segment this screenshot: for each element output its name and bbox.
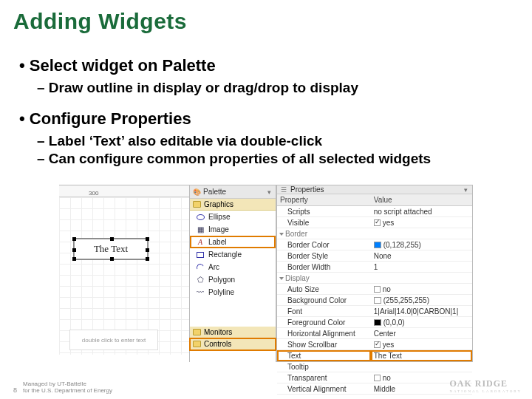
color-swatch [374,242,381,248]
arc-icon [196,263,205,272]
palette-item-ellipse[interactable]: Ellipse [190,211,276,223]
category-label: Monitors [204,328,232,336]
prop-group-display[interactable]: Display [277,273,472,284]
palette-item-label: Rectangle [208,250,242,259]
label-icon: A [196,238,205,247]
column-value: Value [371,194,472,206]
properties-icon: ☰ [280,186,287,194]
prop-row-border-style[interactable]: Border Style None [277,250,472,262]
polygon-icon: ⬠ [196,276,205,284]
bullet-label-text: Label ‘Text’ also editable via double-cl… [37,133,513,149]
prop-row-scripts[interactable]: Scripts no script attached [277,206,472,217]
bullet-select-widget: Select widget on Palette [19,56,513,75]
logo-subtext: NATIONAL LABORATORY [449,389,522,393]
palette-item-arc[interactable]: Arc [190,261,276,273]
selected-label-widget[interactable]: The Text [74,239,148,259]
expand-icon [279,277,284,280]
oak-ridge-logo: OAK RIDGE NATIONAL LABORATORY [449,378,522,393]
palette-icon: 🎨 [193,188,200,196]
logo-text: OAK RIDGE [449,378,508,389]
checkbox-icon [374,375,381,381]
ellipse-icon [196,213,205,222]
ruler-tick: 300 [89,190,98,197]
resize-handle[interactable] [146,257,149,261]
prop-row-background-color[interactable]: Background Color (255,255,255) [277,295,472,306]
folder-icon [193,201,201,208]
palette-item-label: Ellipse [208,213,230,221]
bullet-draw-outline: Draw outline in display or drag/drop to … [37,80,513,96]
checkbox-icon [374,219,381,226]
slide-content: Select widget on Palette Draw outline in… [0,40,532,167]
palette-item-label[interactable]: A Label [190,236,276,248]
polyline-icon: 〰 [196,288,205,297]
prop-row-transparent[interactable]: Transparent no [277,372,472,383]
folder-icon [193,341,201,347]
palette-category-monitors[interactable]: Monitors [190,327,276,338]
view-menu-icon[interactable]: ▾ [462,186,469,194]
palette-item-polygon[interactable]: ⬠ Polygon [190,273,276,286]
palette-item-label: Polyline [208,288,234,296]
checkbox-icon [374,286,381,293]
expand-icon [279,233,284,236]
properties-title: Properties [290,185,324,194]
prop-row-horizontal-alignment[interactable]: Horizontal Alignment Center [277,328,472,339]
checkbox-icon [374,341,381,348]
image-icon: ▦ [196,225,205,234]
resize-handle[interactable] [110,237,114,241]
palette-title: Palette [203,188,226,196]
footer-line-1: Managed by UT-Battelle [23,381,112,388]
prop-row-border-color[interactable]: Border Color (0,128,255) [277,239,472,250]
resize-handle[interactable] [72,237,76,241]
properties-table: Property Value Scripts no script attache… [277,194,472,395]
palette-panel: 🎨 Palette ▾ Graphics Ellipse ▦ Image A L… [189,185,276,362]
prop-row-vertical-alignment[interactable]: Vertical Alignment Middle [277,383,472,395]
slide-footer: 8 Managed by UT-Battelle for the U.S. De… [13,381,112,395]
widget-text: The Text [94,243,128,255]
prop-row-visible[interactable]: Visible yes [277,217,472,228]
category-label: Controls [204,340,231,348]
resize-handle[interactable] [110,257,114,261]
prop-row-font[interactable]: Font 1|Arial|14.0|0|CARBON|1| [277,306,472,317]
palette-item-rectangle[interactable]: Rectangle [190,248,276,261]
prop-row-text[interactable]: Text The Text [277,350,472,361]
bullet-common-properties: Can configure common properties of all s… [37,151,513,167]
footer-line-2: for the U.S. Department of Energy [23,387,112,395]
pin-icon[interactable]: ▾ [265,188,273,196]
prop-row-show-scrollbar[interactable]: Show Scrollbar yes [277,339,472,350]
ruler: 300 [59,185,189,197]
palette-category-controls[interactable]: Controls [190,338,276,350]
page-number: 8 [13,386,17,395]
resize-handle[interactable] [146,248,149,252]
color-swatch [374,297,381,304]
design-canvas[interactable]: 300 The Text double click to enter text [59,185,189,355]
bullet-configure-properties: Configure Properties [19,109,513,129]
palette-item-image[interactable]: ▦ Image [190,223,276,236]
prop-row-border-width[interactable]: Border Width 1 [277,262,472,273]
palette-item-polyline[interactable]: 〰 Polyline [190,286,276,299]
prop-row-tooltip[interactable]: Tooltip [277,361,472,372]
palette-header: 🎨 Palette ▾ [190,185,276,199]
color-swatch [374,319,381,326]
palette-item-label: Arc [208,263,219,271]
resize-handle[interactable] [72,248,76,252]
palette-item-label: Polygon [208,276,235,284]
category-label: Graphics [204,200,233,208]
folder-icon [193,329,201,335]
properties-panel: ☰ Properties ▾ Property Value Scripts no… [276,185,473,362]
resize-handle[interactable] [72,257,76,261]
prop-group-border[interactable]: Border [277,228,472,239]
resize-handle[interactable] [146,237,149,241]
properties-header: ☰ Properties ▾ [277,185,472,194]
rectangle-icon [196,250,205,259]
palette-category-graphics[interactable]: Graphics [190,199,276,211]
slide-title: Adding Widgets [0,0,532,40]
column-property: Property [277,194,371,206]
editor-screenshot: 300 The Text double click to enter text … [59,185,473,377]
prop-row-auto-size[interactable]: Auto Size no [277,284,472,295]
prop-row-foreground-color[interactable]: Foreground Color (0,0,0) [277,317,472,328]
palette-item-label: Image [208,225,229,233]
palette-item-label: Label [208,238,226,246]
placeholder-widget[interactable]: double click to enter text [69,330,158,350]
